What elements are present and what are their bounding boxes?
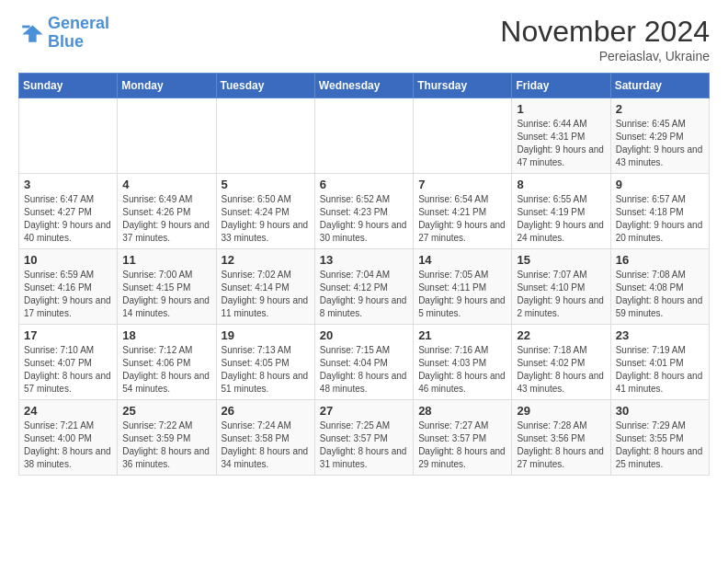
calendar-cell: 16Sunrise: 7:08 AMSunset: 4:08 PMDayligh… <box>610 249 709 325</box>
calendar-cell: 2Sunrise: 6:45 AMSunset: 4:29 PMDaylight… <box>610 98 709 174</box>
location: Pereiaslav, Ukraine <box>500 49 710 63</box>
calendar-cell: 22Sunrise: 7:18 AMSunset: 4:02 PMDayligh… <box>512 325 610 400</box>
calendar-cell: 27Sunrise: 7:25 AMSunset: 3:57 PMDayligh… <box>314 400 413 476</box>
calendar-cell: 6Sunrise: 6:52 AMSunset: 4:23 PMDaylight… <box>314 174 413 249</box>
calendar-cell: 19Sunrise: 7:13 AMSunset: 4:05 PMDayligh… <box>216 325 314 400</box>
calendar-cell: 12Sunrise: 7:02 AMSunset: 4:14 PMDayligh… <box>216 249 314 325</box>
calendar-cell: 29Sunrise: 7:28 AMSunset: 3:56 PMDayligh… <box>512 400 610 476</box>
day-number: 22 <box>517 328 605 342</box>
weekday-header-row: Sunday Monday Tuesday Wednesday Thursday… <box>19 74 710 98</box>
logo-line2: Blue <box>48 32 84 51</box>
header: General Blue November 2024 Pereiaslav, U… <box>18 15 710 63</box>
day-info: Sunrise: 7:16 AMSunset: 4:03 PMDaylight:… <box>418 344 506 396</box>
day-info: Sunrise: 7:25 AMSunset: 3:57 PMDaylight:… <box>320 419 408 471</box>
day-number: 12 <box>222 253 310 267</box>
day-number: 20 <box>320 328 408 342</box>
calendar-cell <box>19 98 118 174</box>
logo: General Blue <box>18 15 109 52</box>
day-number: 17 <box>24 328 112 342</box>
day-number: 24 <box>24 404 112 418</box>
svg-rect-2 <box>22 25 29 28</box>
day-number: 7 <box>418 178 506 191</box>
day-info: Sunrise: 7:08 AMSunset: 4:08 PMDaylight:… <box>616 269 704 320</box>
calendar-cell: 15Sunrise: 7:07 AMSunset: 4:10 PMDayligh… <box>512 249 610 325</box>
day-number: 11 <box>122 253 210 267</box>
day-info: Sunrise: 6:59 AMSunset: 4:16 PMDaylight:… <box>24 269 112 320</box>
day-info: Sunrise: 7:21 AMSunset: 4:00 PMDaylight:… <box>24 419 112 471</box>
day-number: 4 <box>122 178 210 191</box>
calendar-cell: 11Sunrise: 7:00 AMSunset: 4:15 PMDayligh… <box>118 249 216 325</box>
day-info: Sunrise: 6:52 AMSunset: 4:23 PMDaylight:… <box>320 193 408 245</box>
day-number: 6 <box>320 178 408 191</box>
day-info: Sunrise: 6:47 AMSunset: 4:27 PMDaylight:… <box>24 193 112 245</box>
calendar-cell <box>118 98 216 174</box>
day-number: 2 <box>616 102 704 116</box>
day-number: 26 <box>222 404 310 418</box>
calendar-cell <box>216 98 314 174</box>
calendar-cell: 10Sunrise: 6:59 AMSunset: 4:16 PMDayligh… <box>19 249 118 325</box>
day-number: 30 <box>616 404 704 418</box>
header-wednesday: Wednesday <box>314 74 413 98</box>
calendar-cell: 28Sunrise: 7:27 AMSunset: 3:57 PMDayligh… <box>414 400 512 476</box>
calendar-cell: 18Sunrise: 7:12 AMSunset: 4:06 PMDayligh… <box>118 325 216 400</box>
day-number: 13 <box>320 253 408 267</box>
logo-icon <box>18 20 44 46</box>
logo-line1: General <box>48 14 109 32</box>
header-monday: Monday <box>118 74 216 98</box>
day-info: Sunrise: 6:45 AMSunset: 4:29 PMDaylight:… <box>616 118 704 169</box>
calendar-week-2: 3Sunrise: 6:47 AMSunset: 4:27 PMDaylight… <box>19 174 710 249</box>
logo-text: General Blue <box>48 15 109 52</box>
day-info: Sunrise: 7:00 AMSunset: 4:15 PMDaylight:… <box>122 269 210 320</box>
day-number: 3 <box>24 178 112 191</box>
calendar-cell: 4Sunrise: 6:49 AMSunset: 4:26 PMDaylight… <box>118 174 216 249</box>
calendar-week-4: 17Sunrise: 7:10 AMSunset: 4:07 PMDayligh… <box>19 325 710 400</box>
day-info: Sunrise: 7:22 AMSunset: 3:59 PMDaylight:… <box>122 419 210 471</box>
title-block: November 2024 Pereiaslav, Ukraine <box>500 15 710 63</box>
day-info: Sunrise: 6:49 AMSunset: 4:26 PMDaylight:… <box>122 193 210 245</box>
day-number: 16 <box>616 253 704 267</box>
day-info: Sunrise: 6:55 AMSunset: 4:19 PMDaylight:… <box>517 193 605 245</box>
header-friday: Friday <box>512 74 610 98</box>
day-info: Sunrise: 7:27 AMSunset: 3:57 PMDaylight:… <box>418 419 506 471</box>
calendar-cell: 30Sunrise: 7:29 AMSunset: 3:55 PMDayligh… <box>610 400 709 476</box>
page: General Blue November 2024 Pereiaslav, U… <box>0 0 728 490</box>
calendar-cell: 1Sunrise: 6:44 AMSunset: 4:31 PMDaylight… <box>512 98 610 174</box>
header-sunday: Sunday <box>19 74 118 98</box>
month-title: November 2024 <box>500 15 710 49</box>
day-number: 27 <box>320 404 408 418</box>
day-info: Sunrise: 7:12 AMSunset: 4:06 PMDaylight:… <box>122 344 210 396</box>
day-info: Sunrise: 7:28 AMSunset: 3:56 PMDaylight:… <box>517 419 605 471</box>
calendar-cell: 17Sunrise: 7:10 AMSunset: 4:07 PMDayligh… <box>19 325 118 400</box>
calendar-cell <box>414 98 512 174</box>
calendar-week-5: 24Sunrise: 7:21 AMSunset: 4:00 PMDayligh… <box>19 400 710 476</box>
day-number: 19 <box>222 328 310 342</box>
calendar-cell: 5Sunrise: 6:50 AMSunset: 4:24 PMDaylight… <box>216 174 314 249</box>
day-info: Sunrise: 6:50 AMSunset: 4:24 PMDaylight:… <box>222 193 310 245</box>
day-info: Sunrise: 7:19 AMSunset: 4:01 PMDaylight:… <box>616 344 704 396</box>
calendar-cell: 8Sunrise: 6:55 AMSunset: 4:19 PMDaylight… <box>512 174 610 249</box>
day-number: 9 <box>616 178 704 191</box>
calendar-week-3: 10Sunrise: 6:59 AMSunset: 4:16 PMDayligh… <box>19 249 710 325</box>
day-number: 25 <box>122 404 210 418</box>
day-number: 21 <box>418 328 506 342</box>
day-info: Sunrise: 7:07 AMSunset: 4:10 PMDaylight:… <box>517 269 605 320</box>
calendar-cell: 7Sunrise: 6:54 AMSunset: 4:21 PMDaylight… <box>414 174 512 249</box>
day-info: Sunrise: 7:13 AMSunset: 4:05 PMDaylight:… <box>222 344 310 396</box>
calendar-cell: 13Sunrise: 7:04 AMSunset: 4:12 PMDayligh… <box>314 249 413 325</box>
header-saturday: Saturday <box>610 74 709 98</box>
calendar-cell: 26Sunrise: 7:24 AMSunset: 3:58 PMDayligh… <box>216 400 314 476</box>
day-info: Sunrise: 7:29 AMSunset: 3:55 PMDaylight:… <box>616 419 704 471</box>
day-info: Sunrise: 7:18 AMSunset: 4:02 PMDaylight:… <box>517 344 605 396</box>
calendar-cell: 9Sunrise: 6:57 AMSunset: 4:18 PMDaylight… <box>610 174 709 249</box>
day-info: Sunrise: 7:02 AMSunset: 4:14 PMDaylight:… <box>222 269 310 320</box>
header-tuesday: Tuesday <box>216 74 314 98</box>
calendar: Sunday Monday Tuesday Wednesday Thursday… <box>18 73 710 476</box>
day-info: Sunrise: 6:57 AMSunset: 4:18 PMDaylight:… <box>616 193 704 245</box>
calendar-cell: 23Sunrise: 7:19 AMSunset: 4:01 PMDayligh… <box>610 325 709 400</box>
day-info: Sunrise: 7:05 AMSunset: 4:11 PMDaylight:… <box>418 269 506 320</box>
day-number: 10 <box>24 253 112 267</box>
day-info: Sunrise: 6:54 AMSunset: 4:21 PMDaylight:… <box>418 193 506 245</box>
day-info: Sunrise: 6:44 AMSunset: 4:31 PMDaylight:… <box>517 118 605 169</box>
day-number: 18 <box>122 328 210 342</box>
day-number: 14 <box>418 253 506 267</box>
